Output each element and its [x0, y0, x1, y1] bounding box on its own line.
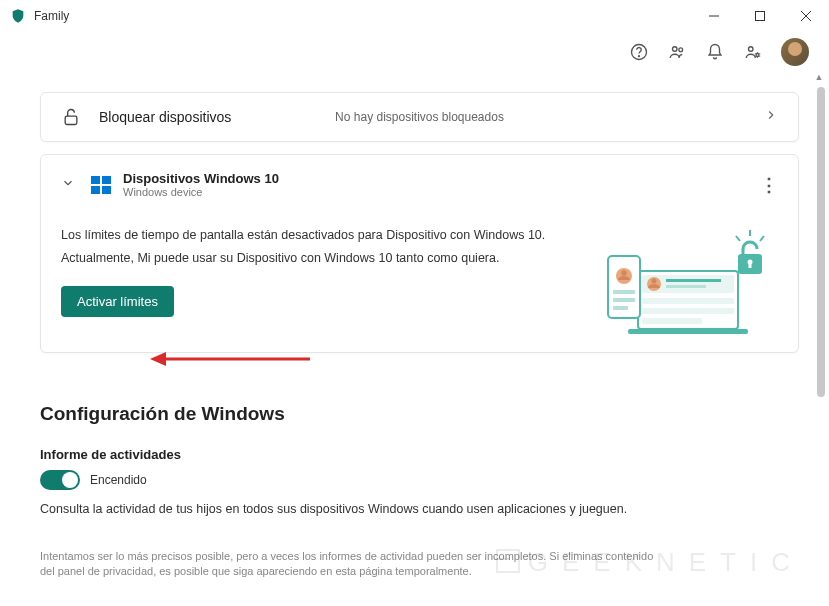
- svg-rect-30: [613, 306, 628, 310]
- activity-report-description: Consulta la actividad de tus hijos en to…: [40, 500, 660, 519]
- toolbar: [0, 32, 829, 72]
- svg-rect-14: [102, 186, 111, 194]
- chevron-right-icon: [764, 108, 778, 126]
- svg-point-6: [673, 47, 678, 52]
- device-header: Dispositivos Windows 10 Windows device ⋮: [61, 171, 778, 198]
- svg-rect-20: [666, 279, 721, 282]
- windows-icon: [89, 173, 113, 197]
- user-avatar[interactable]: [781, 38, 809, 66]
- minimize-button[interactable]: [691, 0, 737, 32]
- svg-rect-29: [613, 298, 635, 302]
- svg-rect-28: [613, 290, 635, 294]
- windows-settings-title: Configuración de Windows: [40, 403, 799, 425]
- scrollbar[interactable]: ▲: [817, 72, 825, 606]
- main-content: Bloquear dispositivos No hay dispositivo…: [0, 72, 829, 606]
- svg-point-19: [652, 279, 657, 284]
- window-controls: [691, 0, 829, 32]
- svg-point-7: [679, 48, 683, 52]
- svg-point-9: [756, 54, 759, 57]
- activity-report-toggle[interactable]: [40, 470, 80, 490]
- svg-line-33: [760, 236, 764, 241]
- svg-rect-16: [628, 329, 748, 334]
- close-button[interactable]: [783, 0, 829, 32]
- scroll-up-icon[interactable]: ▲: [813, 72, 825, 84]
- svg-point-5: [639, 56, 640, 57]
- more-vertical-icon[interactable]: ⋮: [760, 174, 778, 196]
- chevron-down-icon[interactable]: [61, 176, 75, 193]
- bell-icon[interactable]: [705, 42, 725, 62]
- device-card: Dispositivos Windows 10 Windows device ⋮…: [40, 154, 799, 353]
- svg-rect-22: [642, 298, 734, 304]
- titlebar: Family: [0, 0, 829, 32]
- help-icon[interactable]: [629, 42, 649, 62]
- device-subtitle: Windows device: [123, 186, 760, 198]
- scrollbar-thumb[interactable]: [817, 87, 825, 397]
- svg-rect-24: [642, 318, 702, 324]
- device-message-2: Actualmente, Mi puede usar su Dispositiv…: [61, 249, 558, 268]
- svg-line-32: [736, 236, 740, 241]
- devices-illustration: [578, 226, 778, 336]
- activity-report-label: Informe de actividades: [40, 447, 799, 462]
- activity-toggle-state: Encendido: [90, 473, 147, 487]
- svg-rect-11: [91, 176, 100, 184]
- svg-rect-13: [91, 186, 100, 194]
- settings-people-icon[interactable]: [743, 42, 763, 62]
- block-devices-row[interactable]: Bloquear dispositivos No hay dispositivo…: [40, 92, 799, 142]
- svg-rect-10: [65, 116, 77, 124]
- app-shield-icon: [10, 8, 26, 24]
- unlock-icon: [61, 107, 81, 127]
- svg-rect-23: [642, 308, 734, 314]
- svg-rect-12: [102, 176, 111, 184]
- people-icon[interactable]: [667, 42, 687, 62]
- window-title: Family: [34, 9, 691, 23]
- svg-point-27: [621, 270, 627, 276]
- device-name: Dispositivos Windows 10: [123, 171, 760, 186]
- block-devices-label: Bloquear dispositivos: [99, 109, 231, 125]
- disclaimer-text: Intentamos ser lo más precisos posible, …: [40, 549, 660, 580]
- svg-rect-36: [749, 262, 752, 268]
- svg-point-8: [749, 47, 754, 52]
- block-devices-status: No hay dispositivos bloqueados: [335, 110, 504, 124]
- maximize-button[interactable]: [737, 0, 783, 32]
- activate-limits-button[interactable]: Activar límites: [61, 286, 174, 317]
- device-message-1: Los límites de tiempo de pantalla están …: [61, 226, 558, 245]
- svg-rect-1: [756, 12, 765, 21]
- svg-rect-21: [666, 285, 706, 288]
